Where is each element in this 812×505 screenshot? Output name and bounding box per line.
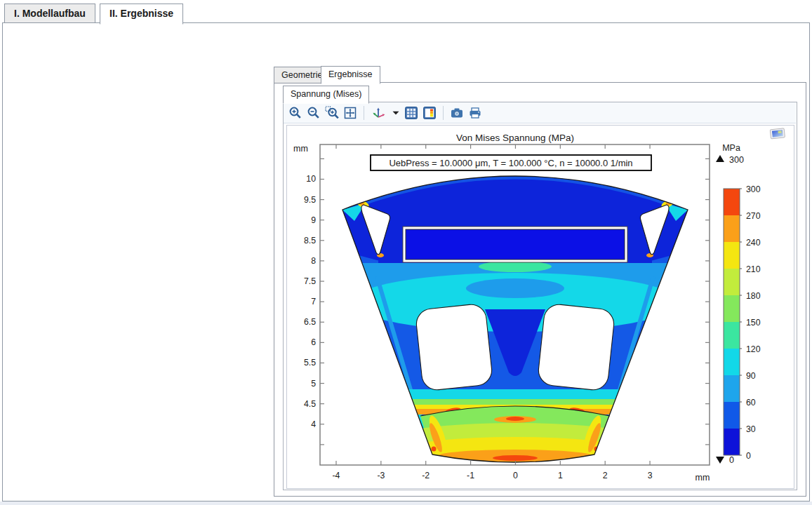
svg-text:4.5: 4.5 <box>304 399 316 409</box>
svg-text:9.5: 9.5 <box>304 195 316 205</box>
colorbar-min: 0 <box>729 455 734 465</box>
svg-text:5: 5 <box>311 379 316 389</box>
svg-text:8: 8 <box>311 256 316 266</box>
window-bottom-strip <box>0 501 812 505</box>
svg-text:2: 2 <box>603 471 608 480</box>
zoom-in-icon <box>288 106 302 120</box>
svg-text:-3: -3 <box>377 471 385 480</box>
tab-spannung-mises[interactable]: Spannung (Mises) <box>283 86 369 104</box>
min-marker-icon <box>716 457 724 464</box>
svg-text:30: 30 <box>746 424 756 434</box>
svg-text:180: 180 <box>746 291 761 301</box>
svg-text:60: 60 <box>746 398 756 408</box>
zoom-extents-button[interactable] <box>342 105 358 121</box>
toolbar-separator <box>443 106 444 120</box>
tab-modellaufbau[interactable]: I. Modellaufbau <box>4 4 95 23</box>
colorbar-max: 300 <box>729 155 744 165</box>
svg-text:0: 0 <box>746 451 751 461</box>
svg-text:240: 240 <box>746 238 761 248</box>
svg-text:-1: -1 <box>467 471 474 480</box>
undock-plot-icon[interactable] <box>770 128 785 139</box>
zoom-out-button[interactable] <box>306 105 321 121</box>
show-grid-button[interactable] <box>404 105 419 121</box>
show-color-legend-button[interactable] <box>422 105 437 121</box>
tab-ergebnisse-plot[interactable]: Ergebnisse <box>321 66 380 84</box>
toolbar-separator <box>364 106 364 120</box>
zoom-box-button[interactable] <box>324 105 340 121</box>
max-marker-icon <box>716 155 724 162</box>
svg-text:270: 270 <box>746 211 761 221</box>
go-to-view-button[interactable] <box>370 105 388 121</box>
svg-text:-2: -2 <box>422 471 430 480</box>
x-axis-unit: mm <box>695 473 710 483</box>
go-to-view-dropdown[interactable] <box>391 105 401 121</box>
svg-text:10: 10 <box>306 174 316 184</box>
print-button[interactable] <box>467 105 483 121</box>
svg-text:4: 4 <box>311 419 316 429</box>
chevron-down-icon <box>392 111 399 115</box>
plot-title: Von Mises Spannung (MPa) <box>456 133 574 143</box>
zoom-in-button[interactable] <box>288 105 303 121</box>
plot-toolbar <box>284 102 796 123</box>
colorbar-unit: MPa <box>722 143 740 153</box>
tab-ergebnisse[interactable]: II. Ergebnisse <box>100 4 183 25</box>
color-legend-icon <box>422 106 437 120</box>
svg-text:8.5: 8.5 <box>304 236 316 245</box>
svg-text:6.5: 6.5 <box>304 317 316 327</box>
svg-text:120: 120 <box>746 344 761 354</box>
plot-canvas[interactable]: Von Mises Spannung (MPa) mm mm <box>286 125 794 489</box>
colorbar: 3002702402101801501209060300 <box>724 184 761 461</box>
camera-icon <box>450 106 464 120</box>
svg-text:0: 0 <box>513 471 518 480</box>
svg-text:1: 1 <box>558 471 563 480</box>
svg-text:210: 210 <box>746 264 761 274</box>
zoom-extents-icon <box>343 106 357 120</box>
svg-text:3: 3 <box>648 471 653 480</box>
svg-text:150: 150 <box>746 318 761 328</box>
go-to-view-icon <box>371 106 387 120</box>
grid-icon <box>404 106 418 120</box>
svg-text:6: 6 <box>311 337 316 347</box>
svg-text:300: 300 <box>746 184 761 194</box>
svg-text:5.5: 5.5 <box>304 358 316 368</box>
svg-text:7.5: 7.5 <box>304 276 316 286</box>
zoom-out-icon <box>307 106 321 120</box>
image-snapshot-button[interactable] <box>449 105 465 121</box>
svg-text:90: 90 <box>746 371 756 381</box>
printer-icon <box>468 106 482 120</box>
svg-text:9: 9 <box>311 215 316 225</box>
svg-text:-4: -4 <box>333 471 340 480</box>
zoom-box-icon <box>325 106 340 120</box>
annotation-text: UebPress = 10.0000 μm, T = 100.000 °C, n… <box>389 158 632 168</box>
svg-text:7: 7 <box>311 297 316 307</box>
stress-field <box>342 176 688 462</box>
von-mises-plot: Von Mises Spannung (MPa) mm mm <box>287 126 792 487</box>
y-axis-unit: mm <box>293 144 308 154</box>
magnet <box>403 227 627 262</box>
